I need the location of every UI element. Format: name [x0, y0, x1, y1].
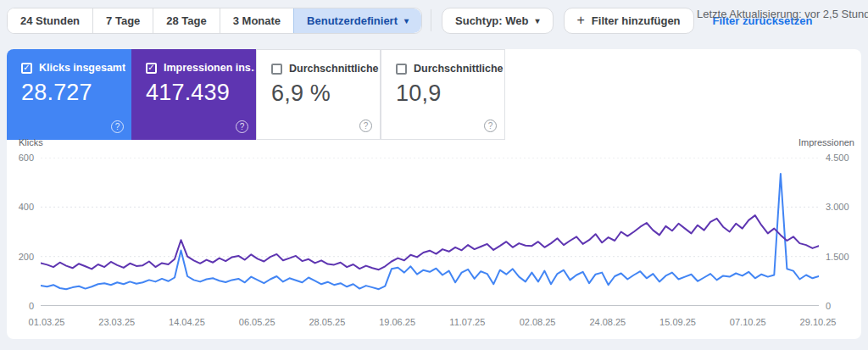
plus-icon: + — [577, 13, 585, 28]
add-filter-button[interactable]: + Filter hinzufügen — [564, 8, 694, 34]
metric-label: Durchschnittliche … — [414, 63, 504, 75]
performance-line-chart[interactable] — [41, 158, 819, 306]
y-tick-label: 0 — [8, 301, 34, 311]
x-tick-label: 14.04.25 — [169, 317, 205, 327]
y-tick-label: 200 — [8, 252, 34, 262]
y-axis-title-right: Impressionen — [798, 137, 854, 147]
y-tick-label: 400 — [8, 202, 34, 212]
checkbox-icon[interactable]: ✓ — [21, 63, 32, 74]
date-range-28d[interactable]: 28 Tage — [153, 8, 219, 33]
y-tick-label: 3.000 — [826, 202, 849, 212]
x-tick-label: 06.05.25 — [239, 317, 275, 327]
x-tick-label: 29.10.25 — [800, 317, 837, 327]
metric-card-position[interactable]: ✓ Durchschnittliche … 10,9 ? — [381, 49, 505, 140]
metric-value: 6,9 % — [271, 81, 380, 107]
checkbox-icon[interactable]: ✓ — [396, 64, 407, 75]
metric-value: 28.727 — [21, 80, 131, 106]
metric-label: Klicks insgesamt — [39, 62, 125, 74]
checkbox-icon[interactable]: ✓ — [146, 63, 157, 74]
checkbox-icon[interactable]: ✓ — [271, 64, 282, 75]
date-range-custom[interactable]: Benutzerdefiniert ▾ — [293, 8, 421, 33]
date-range-selector: 24 Stunden 7 Tage 28 Tage 3 Monate Benut… — [7, 8, 422, 34]
metric-card-impressions[interactable]: ✓ Impressionen ins… 417.439 ? — [131, 49, 256, 140]
x-tick-label: 02.08.25 — [520, 317, 556, 327]
chevron-down-icon: ▾ — [535, 16, 539, 25]
date-range-custom-label: Benutzerdefiniert — [307, 14, 398, 27]
x-tick-label: 07.10.25 — [730, 317, 766, 327]
search-type-label: Suchtyp: Web — [455, 14, 528, 27]
metric-value: 417.439 — [146, 80, 256, 106]
metric-cards-row: ✓ Klicks insgesamt 28.727 ? ✓ Impression… — [7, 49, 505, 140]
x-tick-label: 23.03.25 — [98, 317, 135, 327]
date-range-24h[interactable]: 24 Stunden — [8, 8, 92, 33]
x-tick-label: 19.06.25 — [379, 317, 415, 327]
x-tick-label: 24.08.25 — [589, 317, 626, 327]
chevron-down-icon: ▾ — [404, 16, 409, 25]
metric-label: Impressionen ins… — [164, 62, 255, 74]
toolbar-divider — [431, 9, 431, 31]
x-tick-label: 01.03.25 — [29, 317, 65, 327]
series-line-impressionen — [41, 215, 819, 269]
last-update-text: Letzte Aktualisierung: vor 2,5 Stunden — [697, 8, 868, 20]
date-range-7d[interactable]: 7 Tage — [92, 8, 153, 33]
metric-value: 10,9 — [396, 81, 504, 107]
y-tick-label: 4.500 — [826, 153, 849, 163]
x-tick-label: 28.05.25 — [309, 317, 345, 327]
metric-card-clicks[interactable]: ✓ Klicks insgesamt 28.727 ? — [7, 49, 131, 140]
help-icon[interactable]: ? — [484, 119, 497, 132]
add-filter-label: Filter hinzufügen — [592, 14, 681, 27]
help-icon[interactable]: ? — [359, 119, 372, 132]
y-tick-label: 600 — [8, 153, 34, 163]
x-tick-label: 15.09.25 — [659, 317, 696, 327]
y-tick-label: 0 — [826, 301, 831, 311]
performance-panel: ✓ Klicks insgesamt 28.727 ? ✓ Impression… — [7, 49, 861, 339]
x-tick-label: 11.07.25 — [449, 317, 485, 327]
help-icon[interactable]: ? — [111, 120, 124, 133]
date-range-3m[interactable]: 3 Monate — [220, 8, 293, 33]
x-axis-labels: 01.03.2523.03.2514.04.2506.05.2528.05.25… — [41, 317, 819, 329]
y-tick-label: 1.500 — [826, 252, 849, 262]
help-icon[interactable]: ? — [236, 120, 248, 133]
metric-card-ctr[interactable]: ✓ Durchschnittliche … 6,9 % ? — [256, 49, 381, 140]
metric-label: Durchschnittliche … — [289, 63, 380, 75]
chart-canvas — [41, 158, 819, 306]
y-axis-title-left: Klicks — [19, 137, 43, 147]
search-type-dropdown[interactable]: Suchtyp: Web ▾ — [442, 8, 553, 34]
series-line-klicks — [41, 174, 819, 289]
